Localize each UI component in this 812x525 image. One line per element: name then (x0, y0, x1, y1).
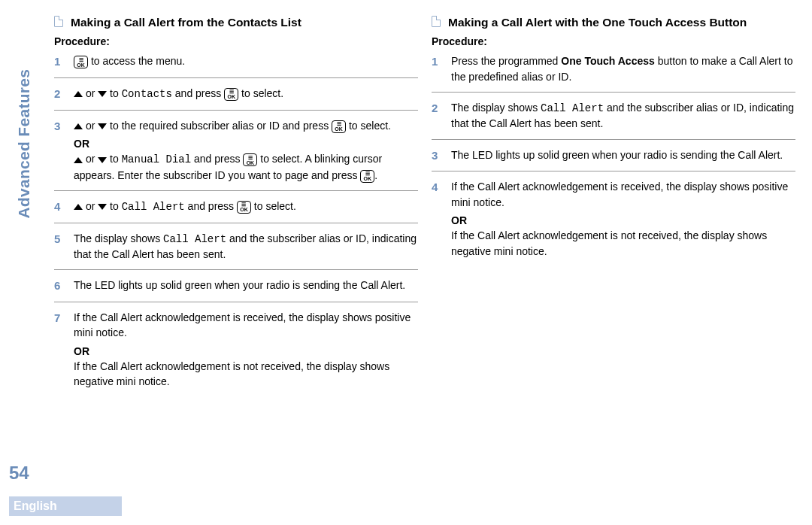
section-title-left: Making a Call Alert from the Contacts Li… (54, 15, 418, 29)
step-text: The display shows (451, 102, 541, 114)
step-text: to (107, 200, 121, 212)
page-icon (54, 16, 63, 27)
step-6: 6 The LED lights up solid green when you… (54, 278, 418, 302)
menu-literal: Call Alert (122, 201, 185, 213)
page-number: 54 (9, 463, 29, 484)
down-arrow-icon (98, 157, 107, 163)
menu-literal: Manual Dial (122, 153, 191, 165)
sidebar-section-label: Advanced Features (15, 69, 33, 219)
step-1: 1 Press the programmed One Touch Access … (432, 53, 795, 93)
step-number: 4 (432, 179, 442, 258)
step-text: to select. (251, 200, 296, 212)
up-arrow-icon (74, 91, 83, 97)
step-text: to (107, 153, 121, 165)
step-text: to (107, 87, 121, 99)
step-number: 6 (54, 278, 65, 294)
step-4: 4 If the Call Alert acknowledgement is r… (432, 179, 795, 266)
section-title-text: Making a Call Alert with the One Touch A… (448, 15, 747, 29)
content-columns: Making a Call Alert from the Contacts Li… (54, 15, 795, 405)
step-2: 2 or to Contacts and press ☰OK to select… (54, 86, 418, 111)
procedure-label: Procedure: (54, 35, 418, 47)
step-number: 2 (54, 86, 65, 102)
step-text: to select. (238, 87, 283, 99)
up-arrow-icon (74, 204, 83, 210)
step-text: to access the menu. (88, 55, 185, 67)
step-text: or (83, 87, 98, 99)
step-number: 3 (54, 118, 65, 183)
menu-literal: Contacts (122, 88, 172, 100)
step-text: If the Call Alert acknowledgement is not… (74, 360, 389, 387)
step-text: and press (185, 200, 237, 212)
step-1: 1 ☰OK to access the menu. (54, 53, 418, 78)
menu-ok-button-icon: ☰OK (243, 153, 257, 166)
step-text: and press (191, 153, 243, 165)
section-title-text: Making a Call Alert from the Contacts Li… (71, 15, 301, 29)
display-literal: Call Alert (163, 233, 226, 245)
step-number: 2 (432, 100, 442, 132)
step-5: 5 The display shows Call Alert and the s… (54, 231, 418, 271)
up-arrow-icon (74, 123, 83, 129)
step-text: . (374, 169, 377, 181)
step-number: 4 (54, 199, 65, 215)
step-7: 7 If the Call Alert acknowledgement is r… (54, 310, 418, 396)
language-bar: English (9, 496, 122, 516)
step-2: 2 The display shows Call Alert and the s… (432, 100, 795, 140)
step-text: or (83, 200, 98, 212)
step-text: Press the programmed (451, 55, 561, 67)
left-column: Making a Call Alert from the Contacts Li… (54, 15, 418, 405)
or-label: OR (74, 136, 418, 151)
down-arrow-icon (98, 123, 107, 129)
step-text: If the Call Alert acknowledgement is rec… (74, 311, 411, 338)
menu-ok-button-icon: ☰OK (224, 88, 238, 101)
menu-ok-button-icon: ☰OK (332, 120, 346, 133)
step-text: If the Call Alert acknowledgement is not… (451, 229, 767, 256)
procedure-steps-left: 1 ☰OK to access the menu. 2 or to Contac… (54, 53, 418, 396)
or-label: OR (451, 213, 795, 228)
step-text: or (83, 120, 98, 132)
step-number: 3 (432, 147, 442, 164)
page-icon (432, 16, 441, 27)
or-label: OR (74, 344, 418, 359)
menu-ok-button-icon: ☰OK (237, 201, 251, 214)
procedure-label: Procedure: (432, 35, 795, 47)
step-text: The LED lights up solid green when your … (74, 278, 418, 294)
step-text: The display shows (74, 232, 163, 244)
section-title-right: Making a Call Alert with the One Touch A… (432, 15, 795, 29)
step-number: 1 (432, 53, 442, 84)
step-number: 5 (54, 231, 65, 262)
procedure-steps-right: 1 Press the programmed One Touch Access … (432, 53, 795, 266)
step-4: 4 or to Call Alert and press ☰OK to sele… (54, 199, 418, 223)
step-number: 1 (54, 53, 65, 70)
step-text: or (83, 153, 98, 165)
step-text: and press (172, 87, 224, 99)
display-literal: Call Alert (541, 102, 604, 114)
menu-ok-button-icon: ☰OK (360, 170, 374, 183)
button-name: One Touch Access (561, 55, 654, 67)
manual-page: Advanced Features 54 English Making a Ca… (0, 0, 812, 525)
step-3: 3 or to the required subscriber alias or… (54, 118, 418, 191)
step-3: 3 The LED lights up solid green when you… (432, 147, 795, 172)
up-arrow-icon (74, 157, 83, 163)
step-text: The LED lights up solid green when your … (451, 147, 795, 164)
step-text: If the Call Alert acknowledgement is rec… (451, 181, 788, 208)
menu-ok-button-icon: ☰OK (74, 56, 88, 68)
step-text: to the required subscriber alias or ID a… (107, 120, 332, 132)
down-arrow-icon (98, 91, 107, 97)
down-arrow-icon (98, 204, 107, 210)
step-text: to select. (346, 120, 391, 132)
step-number: 7 (54, 310, 65, 389)
right-column: Making a Call Alert with the One Touch A… (432, 15, 795, 405)
